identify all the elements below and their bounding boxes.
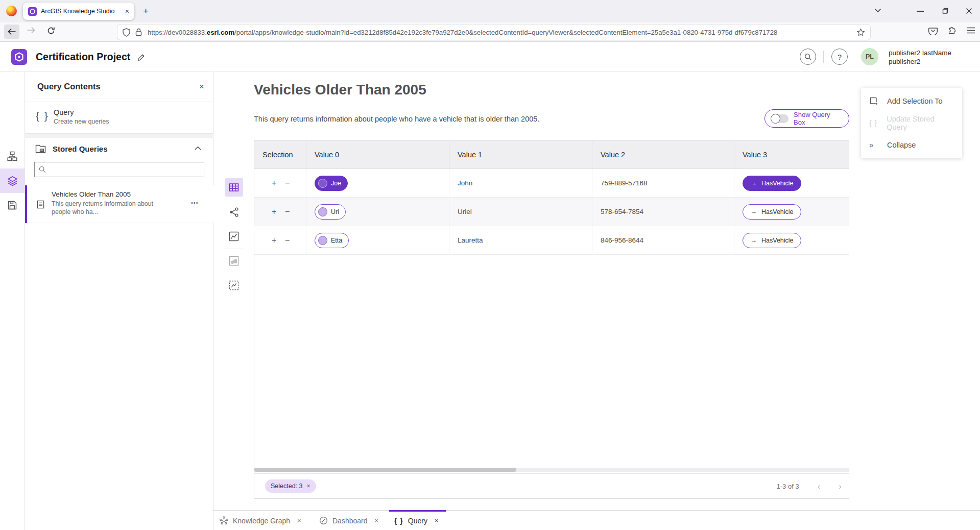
arrow-right-icon: →: [750, 236, 757, 244]
knowledge-graph-icon: [220, 516, 228, 525]
braces-icon: { }: [869, 119, 880, 127]
previous-page-button[interactable]: ‹: [818, 482, 821, 491]
tab-close-icon[interactable]: ×: [297, 517, 301, 524]
relationship-pill[interactable]: →HasVehicle: [743, 233, 801, 248]
tab-knowledge-graph[interactable]: Knowledge Graph ×: [220, 511, 301, 530]
column-header-value1[interactable]: Value 1: [449, 141, 592, 168]
header-divider: [823, 51, 824, 63]
remove-from-selection-button[interactable]: −: [285, 236, 298, 245]
column-header-value3[interactable]: Value 3: [734, 141, 849, 168]
toggle-track[interactable]: [771, 114, 788, 123]
shield-icon[interactable]: [123, 28, 130, 37]
edit-title-pencil-icon[interactable]: [137, 53, 146, 62]
remove-from-selection-button[interactable]: −: [285, 207, 298, 216]
hamburger-menu-icon[interactable]: [967, 27, 975, 34]
value3-cell: →HasVehicle: [734, 198, 849, 226]
new-tab-button[interactable]: +: [143, 6, 149, 16]
window-minimize-button[interactable]: [917, 11, 924, 12]
stored-query-item[interactable]: Vehicles Older Than 2005 This query retu…: [25, 185, 213, 223]
map-area-icon[interactable]: [229, 256, 239, 266]
forward-button[interactable]: [27, 27, 35, 34]
extensions-puzzle-icon[interactable]: [947, 26, 957, 35]
selected-count-label: Selected: 3: [271, 483, 303, 490]
window-restore-button[interactable]: [941, 7, 949, 15]
lock-icon[interactable]: [135, 28, 142, 36]
query-create-item[interactable]: { } Query Create new queries: [25, 102, 213, 134]
tab-close-icon[interactable]: ×: [375, 517, 379, 524]
pocket-icon[interactable]: [928, 26, 938, 35]
browser-tab-bar: ArcGIS Knowledge Studio × +: [0, 0, 980, 22]
reload-button[interactable]: [47, 27, 55, 35]
entity-dot-icon: [318, 179, 327, 188]
query-contents-panel: Query Contents { } Query Create new quer…: [25, 72, 213, 530]
column-header-value0[interactable]: Value 0: [306, 141, 449, 168]
menu-item-add-selection-to[interactable]: Add Selection To: [861, 90, 962, 112]
menu-item-update-stored-query[interactable]: { } Update Stored Query: [861, 112, 962, 134]
search-icon: [39, 166, 46, 173]
save-icon[interactable]: [7, 200, 17, 210]
table-row: +−JoeJohn759-889-57168→HasVehicle: [254, 169, 849, 198]
browser-tab[interactable]: ArcGIS Knowledge Studio ×: [23, 3, 134, 20]
map-view-icon[interactable]: [229, 231, 239, 242]
show-query-box-toggle[interactable]: Show Query Box: [764, 109, 849, 128]
select-extent-icon[interactable]: [229, 280, 239, 291]
layers-icon[interactable]: [7, 176, 18, 186]
value0-cell: Joe: [306, 169, 449, 197]
value2-cell: 846-956-8644: [592, 226, 734, 254]
user-avatar[interactable]: PL: [861, 48, 878, 65]
horizontal-scrollbar[interactable]: [254, 468, 849, 472]
link-chart-icon[interactable]: [229, 207, 240, 218]
stored-queries-search[interactable]: [34, 162, 204, 177]
help-button[interactable]: ?: [831, 49, 848, 65]
next-page-button[interactable]: ›: [839, 482, 842, 491]
add-selection-icon: [869, 97, 880, 106]
query-results-table: Selection Value 0 Value 1 Value 2 Value …: [254, 140, 849, 499]
panel-close-icon[interactable]: ×: [199, 82, 204, 92]
toggle-knob[interactable]: [771, 114, 780, 124]
query-item-title: Query: [54, 108, 74, 116]
value2-cell: 759-889-57168: [592, 169, 734, 197]
tab-close-icon[interactable]: ×: [435, 517, 439, 524]
tab-close-icon[interactable]: ×: [125, 7, 129, 15]
stored-query-doc-icon: [36, 200, 45, 209]
data-model-icon[interactable]: [7, 151, 17, 161]
window-close-button[interactable]: [965, 7, 973, 15]
url-field[interactable]: https://dev0028833.esri.com/portal/apps/…: [117, 25, 870, 40]
firefox-icon[interactable]: [6, 6, 17, 16]
menu-item-collapse[interactable]: » Collapse: [861, 134, 962, 156]
braces-icon: { }: [394, 517, 403, 525]
stored-queries-search-input[interactable]: [50, 166, 200, 174]
user-name[interactable]: publisher2 lastName publisher2: [889, 49, 951, 66]
clear-selection-icon[interactable]: ×: [307, 483, 310, 490]
entity-pill[interactable]: Joe: [315, 176, 348, 191]
toolbar-divider: [225, 249, 243, 249]
tab-query[interactable]: { } Query ×: [394, 511, 439, 530]
selected-count-chip[interactable]: Selected: 3 ×: [265, 479, 316, 493]
tab-dashboard[interactable]: Dashboard ×: [319, 511, 378, 530]
entity-pill[interactable]: Uri: [315, 204, 346, 220]
add-to-selection-button[interactable]: +: [272, 236, 285, 245]
add-to-selection-button[interactable]: +: [272, 179, 285, 188]
column-header-value2[interactable]: Value 2: [592, 141, 734, 168]
tab-label: Query: [408, 517, 427, 525]
entity-pill[interactable]: Etta: [315, 233, 349, 248]
header-search-button[interactable]: [800, 49, 816, 65]
arrow-right-icon: →: [750, 208, 757, 215]
add-to-selection-button[interactable]: +: [272, 207, 285, 216]
item-options-kebab-icon[interactable]: •••: [191, 200, 199, 206]
relationship-pill[interactable]: →HasVehicle: [743, 176, 801, 191]
stored-queries-header[interactable]: Stored Queries: [25, 138, 213, 160]
bookmark-star-icon[interactable]: [856, 28, 865, 37]
selection-cell: +−: [254, 226, 306, 254]
table-view-icon[interactable]: [229, 182, 239, 192]
tab-list-chevron-icon[interactable]: [874, 8, 881, 13]
chevron-up-icon[interactable]: [195, 146, 201, 150]
scrollbar-thumb[interactable]: [254, 468, 516, 472]
selected-indicator-bar: [25, 185, 27, 223]
remove-from-selection-button[interactable]: −: [285, 179, 298, 188]
column-header-selection[interactable]: Selection: [254, 141, 306, 168]
relationship-pill[interactable]: →HasVehicle: [743, 204, 801, 220]
value1-cell: John: [449, 169, 592, 197]
content-tab-strip: Knowledge Graph × Dashboard × { } Query …: [213, 510, 980, 530]
back-button[interactable]: [4, 25, 19, 39]
